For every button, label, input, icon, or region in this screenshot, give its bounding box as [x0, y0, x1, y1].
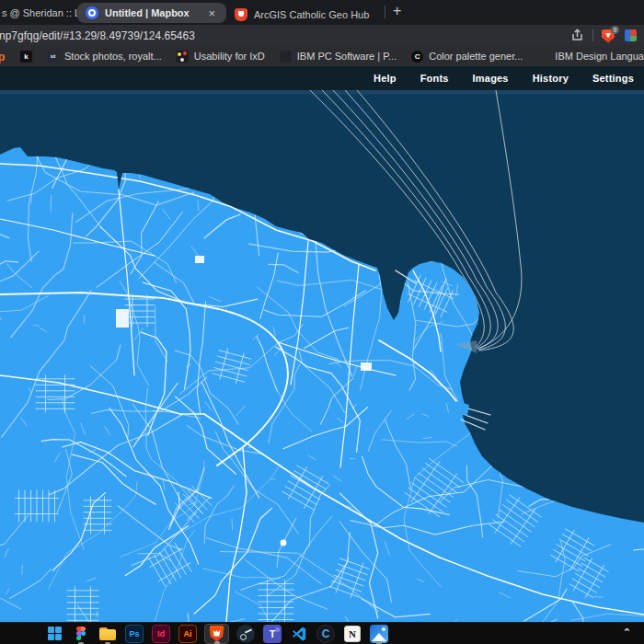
ibm-bars-icon — [537, 51, 549, 63]
new-tab-button[interactable]: + — [391, 3, 408, 25]
browser-address-bar: np7gfqg/edit/#13.29/8.49739/124.65463 9 — [0, 25, 644, 46]
bookmark-k[interactable]: k — [20, 51, 32, 63]
photos-icon — [370, 625, 388, 643]
menu-fonts[interactable]: Fonts — [408, 73, 461, 84]
brave-shield-icon[interactable]: 9 — [602, 29, 616, 43]
windows-start-icon — [48, 627, 62, 640]
taskbar-steam[interactable] — [236, 624, 256, 644]
screen: s @ Sheridan :: Laser Fil Untitled | Map… — [0, 0, 644, 644]
map-canvas[interactable] — [0, 90, 644, 622]
shutterstock-icon: st — [47, 51, 59, 63]
tab-arcgis[interactable]: ArcGIS Catholic Geo Hub - Brave Sea — [226, 5, 381, 25]
windows-taskbar: Ps Id Ai T C N ⌃ — [0, 622, 644, 644]
tab-title: ArcGIS Catholic Geo Hub - Brave Sea — [254, 9, 373, 20]
brave-icon — [210, 626, 224, 642]
shield-badge: 9 — [611, 26, 619, 34]
photoshop-icon: Ps — [125, 625, 144, 643]
teams-icon: T — [263, 625, 282, 643]
taskbar-cinema4d[interactable]: C — [316, 624, 336, 644]
map-svg — [0, 90, 644, 622]
brave-search-favicon-icon — [235, 8, 247, 21]
toolbar-divider — [592, 29, 593, 41]
start-button[interactable] — [44, 624, 64, 644]
share-icon[interactable] — [570, 29, 584, 42]
indesign-icon: Id — [152, 625, 170, 643]
taskbar-figma[interactable] — [71, 624, 91, 644]
bookmark-ibm-pc[interactable]: IBM PC Software | P... — [280, 51, 397, 63]
bookmark-ibm-design[interactable]: IBM Design Langua... — [537, 51, 644, 63]
usability-ixd-icon — [177, 51, 189, 63]
steam-icon — [236, 625, 255, 643]
url-input[interactable]: np7gfqg/edit/#13.29/8.49739/124.65463 — [0, 29, 570, 42]
taskbar-teams[interactable]: T — [262, 624, 282, 644]
extension-icon[interactable] — [625, 29, 637, 41]
tray-chevron-icon[interactable]: ⌃ — [623, 627, 631, 638]
mapbox-favicon-icon — [86, 6, 98, 19]
tab-title: Untitled | Mapbox — [105, 7, 199, 18]
notion-icon: N — [344, 626, 361, 642]
tab-divider — [385, 6, 385, 18]
browser-tab-strip: s @ Sheridan :: Laser Fil Untitled | Map… — [0, 0, 644, 25]
coolors-icon: C — [411, 51, 423, 63]
menu-images[interactable]: Images — [461, 73, 521, 84]
taskbar-brave-active[interactable] — [204, 624, 229, 644]
tab-close-icon[interactable]: × — [205, 6, 218, 20]
bookmark-orange-p[interactable]: p — [2, 51, 6, 63]
bookmarks-bar: p k stStock photos, royalt... Usability … — [0, 46, 644, 66]
figma-icon — [76, 627, 86, 640]
taskbar-file-explorer[interactable] — [98, 624, 118, 644]
taskbar-photos[interactable] — [369, 624, 389, 644]
bookmark-color-palette[interactable]: CColor palette gener... — [411, 51, 523, 63]
taskbar-vscode[interactable] — [289, 624, 309, 644]
taskbar-photoshop[interactable]: Ps — [124, 624, 144, 644]
k-icon: k — [20, 51, 32, 63]
taskbar-illustrator[interactable]: Ai — [178, 624, 198, 644]
taskbar-indesign[interactable]: Id — [151, 624, 171, 644]
file-explorer-icon — [99, 627, 116, 640]
cinema4d-icon: C — [316, 625, 335, 643]
mapbox-studio-header: Help Fonts Images History Settings — [0, 66, 644, 90]
menu-settings[interactable]: Settings — [581, 73, 644, 84]
ibm-pc-icon — [280, 51, 292, 63]
tab-sheridan[interactable]: s @ Sheridan :: Laser Fil — [0, 7, 77, 25]
vscode-icon — [291, 626, 307, 642]
bookmark-usability-ixd[interactable]: Usability for IxD — [177, 51, 265, 63]
taskbar-notion[interactable]: N — [342, 624, 362, 644]
illustrator-icon: Ai — [178, 625, 197, 643]
bookmark-stock-photos[interactable]: stStock photos, royalt... — [47, 51, 162, 63]
orange-p-icon: p — [0, 51, 6, 63]
menu-help[interactable]: Help — [362, 73, 408, 84]
menu-history[interactable]: History — [521, 73, 581, 84]
tab-mapbox[interactable]: Untitled | Mapbox × — [77, 3, 226, 23]
